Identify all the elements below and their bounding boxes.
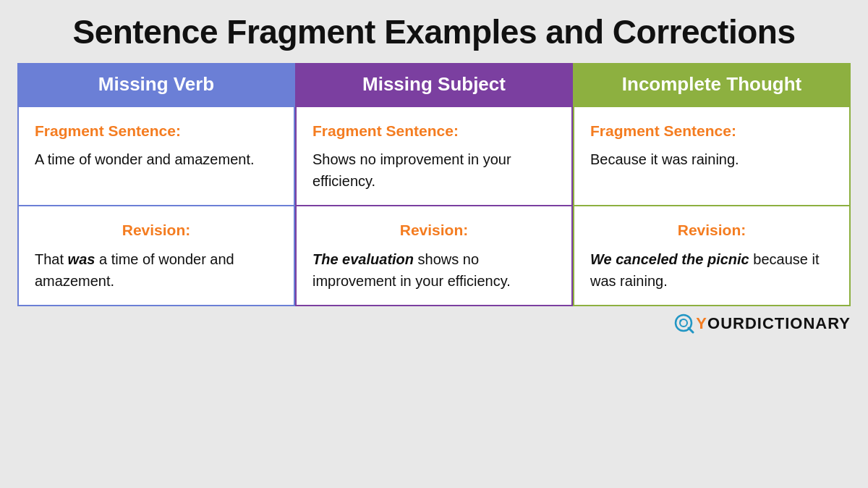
fragment-label-subject: Fragment Sentence: (312, 120, 556, 141)
svg-point-3 (680, 319, 682, 321)
revision-label-thought: Revision: (590, 219, 833, 240)
svg-line-2 (689, 328, 693, 332)
revision-cell-subject: Revision: The evaluation shows no improv… (295, 205, 573, 306)
page-title: Sentence Fragment Examples and Correctio… (73, 13, 796, 51)
revision-text-verb: That was a time of wonder and amazement. (35, 248, 278, 292)
revision-text-subject: The evaluation shows no improvement in y… (312, 248, 556, 292)
brand-our: OUR (707, 314, 745, 333)
fragment-label-thought: Fragment Sentence: (590, 120, 833, 141)
column-header-verb: Missing Verb (17, 63, 295, 106)
revision-label-subject: Revision: (312, 219, 556, 240)
fragment-label-verb: Fragment Sentence: (35, 120, 278, 141)
fragment-text-subject: Shows no improvement in your efficiency. (312, 148, 556, 192)
fragment-cell-subject: Fragment Sentence: Shows no improvement … (295, 106, 573, 205)
fragment-cell-thought: Fragment Sentence: Because it was rainin… (573, 106, 851, 205)
yourdictionary-logo-icon (674, 314, 694, 334)
content-table: Missing Verb Missing Subject Incomplete … (17, 63, 851, 306)
fragment-cell-verb: Fragment Sentence: A time of wonder and … (17, 106, 295, 205)
revision-cell-thought: Revision: We canceled the picnic because… (573, 205, 851, 306)
column-header-thought: Incomplete Thought (573, 63, 851, 106)
fragment-text-verb: A time of wonder and amazement. (35, 148, 278, 170)
fragment-text-thought: Because it was raining. (590, 148, 833, 170)
branding: YOURDICTIONARY (674, 314, 851, 334)
brand-y: Y (696, 314, 707, 333)
revision-text-thought: We canceled the picnic because it was ra… (590, 248, 833, 292)
column-header-subject: Missing Subject (295, 63, 573, 106)
brand-dictionary: DICTIONARY (745, 314, 851, 333)
revision-cell-verb: Revision: That was a time of wonder and … (17, 205, 295, 306)
revision-label-verb: Revision: (35, 219, 278, 240)
